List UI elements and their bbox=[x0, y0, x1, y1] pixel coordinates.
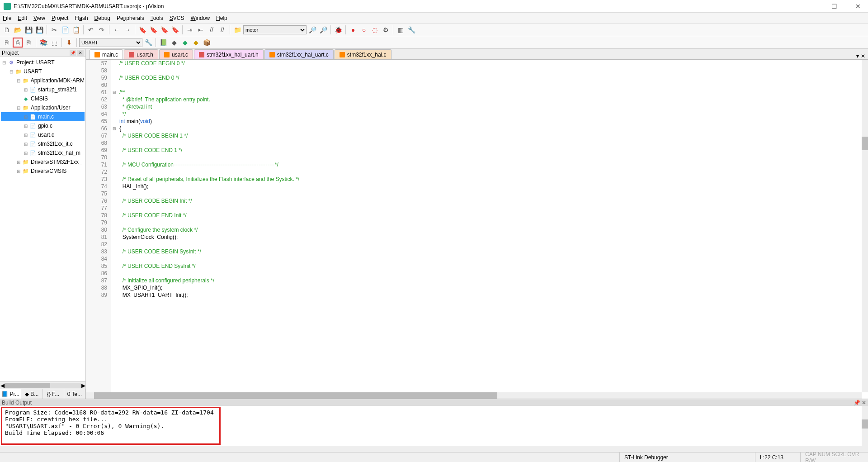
save-all-icon[interactable]: 💾 bbox=[34, 25, 44, 35]
editor-tab[interactable]: usart.c bbox=[159, 49, 193, 59]
close-panel-icon[interactable]: ✕ bbox=[77, 50, 84, 56]
status-caps: CAP NUM SCRL OVR R/W bbox=[800, 452, 868, 462]
tree-node[interactable]: ⊟📁Application/MDK-ARM bbox=[1, 76, 85, 85]
close-button[interactable]: ✕ bbox=[852, 2, 864, 11]
menu-edit[interactable]: Edit bbox=[18, 15, 27, 21]
select-pack-icon[interactable]: ◆ bbox=[191, 38, 201, 48]
translate-icon[interactable]: ⎘ bbox=[2, 38, 12, 48]
bookmark-next-icon[interactable]: 🔖 bbox=[159, 25, 169, 35]
find-in-files-icon[interactable]: 🔎 bbox=[318, 25, 328, 35]
build-vscroll[interactable] bbox=[862, 406, 868, 446]
build-target-icon[interactable]: ⎙ bbox=[13, 38, 23, 48]
pin-icon[interactable]: 📌 bbox=[70, 50, 76, 56]
editor-vscroll[interactable] bbox=[862, 60, 868, 392]
bp-insert-icon[interactable]: ● bbox=[348, 25, 358, 35]
paste-icon[interactable]: 📋 bbox=[71, 25, 81, 35]
editor-tab[interactable]: stm32f1xx_hal.c bbox=[335, 49, 392, 59]
target-options-icon[interactable]: 🔧 bbox=[143, 38, 153, 48]
menu-view[interactable]: View bbox=[33, 15, 45, 21]
tab-close-icon[interactable]: ✕ bbox=[861, 53, 865, 59]
tree-node[interactable]: ⊟📁USART bbox=[1, 67, 85, 76]
editor-tab[interactable]: main.c bbox=[90, 49, 123, 59]
comment-icon[interactable]: // bbox=[207, 25, 217, 35]
find-combo[interactable]: motor bbox=[243, 25, 307, 34]
status-debugger: ST-Link Debugger bbox=[619, 452, 755, 462]
window-list-icon[interactable]: ▥ bbox=[396, 25, 406, 35]
minimize-button[interactable]: — bbox=[803, 2, 817, 11]
bp-kill-icon[interactable]: ◌ bbox=[370, 25, 380, 35]
source-text[interactable]: /* USER CODE BEGIN 0 *//* USER CODE END … bbox=[118, 60, 868, 392]
project-tree[interactable]: ⊟⚙Project: USART⊟📁USART⊟📁Application/MDK… bbox=[0, 57, 85, 381]
target-select[interactable]: USART bbox=[79, 38, 142, 47]
menu-debug[interactable]: Debug bbox=[94, 15, 110, 21]
tree-node[interactable]: ⊞📄stm32f1xx_it.c bbox=[1, 139, 85, 148]
code-editor[interactable]: 5758596061626364656667686970717273747576… bbox=[86, 60, 868, 392]
bp-manage-icon[interactable]: ⚙ bbox=[381, 25, 391, 35]
maximize-button[interactable]: ☐ bbox=[828, 2, 841, 11]
bookmark-prev-icon[interactable]: 🔖 bbox=[148, 25, 158, 35]
outdent-icon[interactable]: ⇤ bbox=[196, 25, 206, 35]
new-file-icon[interactable]: 🗋 bbox=[2, 25, 12, 35]
manage-books-icon[interactable]: 📗 bbox=[158, 38, 168, 48]
menu-project[interactable]: Project bbox=[52, 15, 68, 21]
tab-books[interactable]: ◆B... bbox=[21, 389, 42, 399]
tree-node[interactable]: ⊞📄stm32f1xx_hal_m bbox=[1, 148, 85, 157]
tree-node[interactable]: ⊞📄main.c bbox=[1, 112, 85, 121]
bookmark-icon[interactable]: 🔖 bbox=[137, 25, 147, 35]
save-icon[interactable]: 💾 bbox=[24, 25, 33, 35]
tree-node[interactable]: ◆CMSIS bbox=[1, 94, 85, 103]
debug-config-icon[interactable]: 🐞 bbox=[333, 25, 343, 35]
tree-node[interactable]: ⊟📁Application/User bbox=[1, 103, 85, 112]
find-icon[interactable]: 🔎 bbox=[307, 25, 317, 35]
rebuild-icon[interactable]: ⎘ bbox=[24, 38, 33, 48]
build-output-text[interactable]: Program Size: Code=3168 RO-data=292 RW-d… bbox=[1, 407, 221, 445]
download-icon[interactable]: ⬇ bbox=[64, 38, 74, 48]
cut-icon[interactable]: ✂ bbox=[49, 25, 59, 35]
close-panel-icon[interactable]: ✕ bbox=[862, 400, 866, 406]
find-folder-icon[interactable]: 📁 bbox=[232, 25, 242, 35]
tree-node[interactable]: ⊞📄usart.c bbox=[1, 130, 85, 139]
tree-node[interactable]: ⊞📄startup_stm32f1 bbox=[1, 85, 85, 94]
menu-window[interactable]: Window bbox=[190, 15, 210, 21]
menu-peripherals[interactable]: Peripherals bbox=[117, 15, 144, 21]
menu-flash[interactable]: Flash bbox=[75, 15, 88, 21]
tree-hscroll[interactable]: ◀ ▶ bbox=[0, 381, 85, 389]
toolbar-2: ⎘ ⎙ ⎘ 📚 ⬚ ⬇ USART 🔧 📗 ◆ ◆ ◆ 📦 bbox=[0, 36, 868, 49]
configure-icon[interactable]: 🔧 bbox=[406, 25, 416, 35]
nav-back-icon[interactable]: ← bbox=[112, 25, 122, 35]
stop-build-icon[interactable]: ⬚ bbox=[49, 38, 59, 48]
open-file-icon[interactable]: 📂 bbox=[13, 25, 23, 35]
bp-disable-icon[interactable]: ○ bbox=[359, 25, 369, 35]
pack-installer-icon[interactable]: 📦 bbox=[202, 38, 212, 48]
build-hscroll[interactable] bbox=[0, 446, 868, 452]
nav-fwd-icon[interactable]: → bbox=[123, 25, 132, 35]
editor-tab[interactable]: stm32f1xx_hal_uart.c bbox=[264, 49, 334, 59]
copy-icon[interactable]: 📄 bbox=[60, 25, 70, 35]
bookmark-clear-icon[interactable]: 🔖 bbox=[170, 25, 180, 35]
build-output-area: Program Size: Code=3168 RO-data=292 RW-d… bbox=[0, 406, 868, 446]
batch-build-icon[interactable]: 📚 bbox=[38, 38, 48, 48]
menu-svcs[interactable]: SVCS bbox=[170, 15, 184, 21]
redo-icon[interactable]: ↷ bbox=[97, 25, 107, 35]
editor-tab[interactable]: usart.h bbox=[124, 49, 158, 59]
undo-icon[interactable]: ↶ bbox=[86, 25, 96, 35]
tab-dropdown-icon[interactable]: ▾ bbox=[856, 53, 859, 59]
tree-node[interactable]: ⊞📁Drivers/STM32F1xx_ bbox=[1, 157, 85, 167]
fold-gutter[interactable]: ⊟⊟ bbox=[111, 60, 118, 392]
manage-rte-icon[interactable]: ◆ bbox=[180, 38, 190, 48]
indent-icon[interactable]: ⇥ bbox=[185, 25, 195, 35]
editor-hscroll[interactable] bbox=[86, 392, 862, 399]
menu-tools[interactable]: Tools bbox=[151, 15, 163, 21]
uncomment-icon[interactable]: // bbox=[217, 25, 227, 35]
pin-icon[interactable]: 📌 bbox=[854, 400, 860, 406]
tab-functions[interactable]: {}F... bbox=[43, 389, 64, 399]
tab-templates[interactable]: 0Te... bbox=[64, 389, 85, 399]
menu-help[interactable]: Help bbox=[216, 15, 227, 21]
menu-file[interactable]: File bbox=[3, 15, 11, 21]
tree-node[interactable]: ⊟⚙Project: USART bbox=[1, 58, 85, 67]
tree-node[interactable]: ⊞📁Drivers/CMSIS bbox=[1, 167, 85, 176]
tree-node[interactable]: ⊞📄gpio.c bbox=[1, 121, 85, 130]
editor-tab[interactable]: stm32f1xx_hal_uart.h bbox=[194, 49, 264, 59]
tab-project[interactable]: 📘Pr... bbox=[0, 389, 21, 399]
manage-components-icon[interactable]: ◆ bbox=[169, 38, 179, 48]
